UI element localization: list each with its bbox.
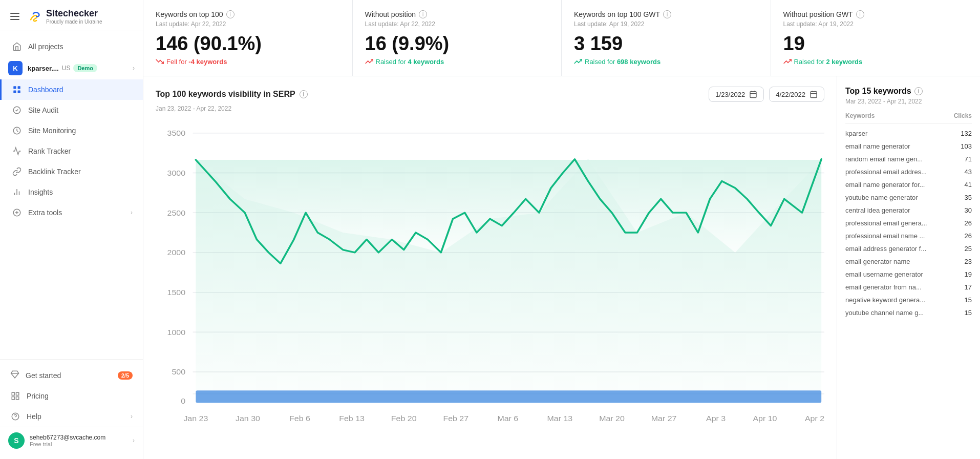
keyword-name: email generator name bbox=[845, 258, 956, 265]
stat-date-1: Last update: Apr 22, 2022 bbox=[156, 20, 340, 28]
svg-text:2000: 2000 bbox=[167, 248, 186, 257]
user-info: seheb67273@svcache.com Free trial bbox=[30, 434, 127, 447]
logo-subtitle: Proudly made in Ukraine bbox=[46, 19, 102, 25]
help-icon bbox=[10, 411, 20, 422]
keyword-row: email generator from na...17 bbox=[845, 281, 972, 294]
svg-text:Apr 22: Apr 22 bbox=[805, 414, 824, 423]
stat-date-2: Last update: Apr 22, 2022 bbox=[365, 20, 549, 28]
keyword-clicks: 41 bbox=[956, 181, 972, 189]
home-icon bbox=[12, 41, 22, 52]
svg-text:2500: 2500 bbox=[167, 208, 186, 217]
svg-rect-20 bbox=[750, 92, 756, 98]
info-icon-1[interactable]: i bbox=[226, 10, 235, 18]
svg-text:Mar 6: Mar 6 bbox=[497, 414, 518, 423]
svg-text:500: 500 bbox=[172, 368, 185, 376]
svg-rect-1 bbox=[13, 86, 16, 89]
pricing-grid-icon bbox=[10, 391, 20, 401]
svg-point-0 bbox=[27, 8, 43, 25]
keyword-name: email generator from na... bbox=[845, 283, 956, 291]
stat-change-4: Raised for 2 keywords bbox=[783, 57, 968, 66]
stat-date-4: Last update: Apr 19, 2022 bbox=[783, 20, 968, 28]
sidebar-item-label: Extra tools bbox=[28, 208, 62, 217]
keyword-name: kparser bbox=[845, 130, 956, 137]
keywords-panel-title: Top 15 keywords i bbox=[845, 87, 972, 96]
project-section[interactable]: K kparser.... US Demo › bbox=[0, 57, 143, 79]
svg-text:Apr 3: Apr 3 bbox=[706, 414, 726, 423]
keyword-row: central idea generator30 bbox=[845, 204, 972, 217]
info-icon-3[interactable]: i bbox=[663, 10, 671, 18]
logo-container: Sitechecker Proudly made in Ukraine bbox=[27, 8, 102, 25]
keyword-clicks: 26 bbox=[956, 232, 972, 240]
sidebar-item-all-projects[interactable]: All projects bbox=[0, 36, 143, 57]
svg-text:Feb 13: Feb 13 bbox=[339, 414, 365, 423]
logo-text-block: Sitechecker Proudly made in Ukraine bbox=[46, 8, 102, 25]
keywords-list: kparser132email name generator103random … bbox=[845, 127, 972, 319]
keywords-col-header: Keywords bbox=[845, 112, 875, 119]
svg-text:3500: 3500 bbox=[167, 129, 186, 137]
project-name: kparser.... bbox=[28, 65, 59, 72]
keyword-clicks: 43 bbox=[956, 168, 972, 176]
stat-card-without-position-gwt: Without position GWT i Last update: Apr … bbox=[771, 0, 981, 76]
chart-svg: 3500 3000 2500 2000 1500 1000 500 0 bbox=[156, 119, 824, 449]
chart-dates: 1/23/2022 4/22/2022 bbox=[709, 87, 824, 102]
keyword-name: random email name gen... bbox=[845, 155, 956, 163]
svg-text:Mar 20: Mar 20 bbox=[599, 414, 625, 423]
keyword-name: youtube name generator bbox=[845, 194, 956, 201]
stat-change-1: Fell for -4 keywords bbox=[156, 57, 340, 66]
date-picker-from[interactable]: 1/23/2022 bbox=[709, 87, 764, 102]
svg-text:Feb 6: Feb 6 bbox=[289, 414, 310, 423]
keyword-clicks: 71 bbox=[956, 155, 972, 163]
user-section[interactable]: S seheb67273@svcache.com Free trial › bbox=[0, 427, 143, 454]
sidebar-item-pricing[interactable]: Pricing bbox=[0, 386, 143, 406]
date-picker-to[interactable]: 4/22/2022 bbox=[769, 87, 824, 102]
keywords-panel: Top 15 keywords i Mar 23, 2022 - Apr 21,… bbox=[837, 76, 980, 459]
info-icon-4[interactable]: i bbox=[856, 10, 864, 18]
keyword-clicks: 132 bbox=[956, 130, 972, 137]
keywords-info-icon[interactable]: i bbox=[914, 87, 923, 95]
svg-text:0: 0 bbox=[181, 397, 185, 405]
plus-circle-icon bbox=[12, 207, 22, 218]
sidebar-item-label: Pricing bbox=[27, 392, 49, 400]
keyword-row: email address generator f...25 bbox=[845, 242, 972, 255]
stat-title-2: Without position i bbox=[365, 10, 549, 18]
logo-title: Sitechecker bbox=[46, 8, 102, 19]
keywords-table-header: Keywords Clicks bbox=[845, 112, 972, 124]
sidebar-item-rank-tracker[interactable]: Rank Tracker bbox=[0, 141, 143, 161]
sidebar-item-dashboard[interactable]: Dashboard bbox=[0, 79, 143, 100]
info-icon-2[interactable]: i bbox=[419, 10, 427, 18]
sidebar-item-backlink-tracker[interactable]: Backlink Tracker bbox=[0, 161, 143, 182]
svg-rect-3 bbox=[13, 91, 16, 93]
keyword-name: email username generator bbox=[845, 270, 956, 278]
chart-container: 3500 3000 2500 2000 1500 1000 500 0 bbox=[156, 119, 824, 449]
sidebar-item-insights[interactable]: Insights bbox=[0, 182, 143, 202]
sidebar-header: Sitechecker Proudly made in Ukraine bbox=[0, 0, 143, 31]
keyword-clicks: 19 bbox=[956, 270, 972, 278]
svg-text:Feb 20: Feb 20 bbox=[391, 414, 417, 423]
keyword-name: email name generator bbox=[845, 142, 956, 150]
svg-rect-15 bbox=[16, 392, 19, 395]
svg-text:Apr 10: Apr 10 bbox=[753, 414, 777, 423]
chart-info-icon[interactable]: i bbox=[300, 90, 308, 98]
svg-text:Mar 13: Mar 13 bbox=[547, 414, 573, 423]
sidebar-item-label: Site Monitoring bbox=[28, 127, 76, 135]
sidebar-item-site-audit[interactable]: Site Audit bbox=[0, 100, 143, 120]
hamburger-icon[interactable] bbox=[8, 11, 22, 22]
rank-icon bbox=[12, 146, 22, 156]
sidebar-item-label: Get started bbox=[26, 371, 61, 380]
sidebar-item-help[interactable]: Help › bbox=[0, 406, 143, 427]
keyword-row: youtube name generator35 bbox=[845, 191, 972, 204]
keyword-clicks: 15 bbox=[956, 296, 972, 304]
sidebar-item-extra-tools[interactable]: Extra tools › bbox=[0, 202, 143, 223]
diamond-icon bbox=[10, 370, 19, 381]
stat-date-3: Last update: Apr 19, 2022 bbox=[574, 20, 758, 28]
project-meta: kparser.... US Demo bbox=[28, 64, 97, 72]
user-chevron-icon: › bbox=[133, 437, 135, 444]
sidebar-item-get-started[interactable]: Get started 2/5 bbox=[0, 365, 143, 386]
keyword-clicks: 26 bbox=[956, 219, 972, 227]
keyword-name: negative keyword genera... bbox=[845, 296, 956, 304]
svg-text:Jan 23: Jan 23 bbox=[183, 414, 208, 423]
clicks-col-header: Clicks bbox=[954, 112, 972, 119]
stat-change-2: Raised for 4 keywords bbox=[365, 57, 549, 66]
project-info: kparser.... US Demo bbox=[28, 64, 97, 72]
sidebar-item-site-monitoring[interactable]: Site Monitoring bbox=[0, 120, 143, 141]
